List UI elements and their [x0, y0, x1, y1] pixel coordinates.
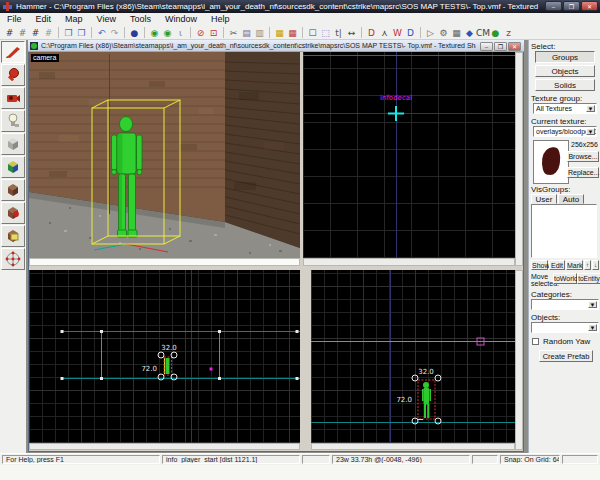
chevron-down-icon[interactable]: ▼: [588, 301, 597, 308]
select-groups-button[interactable]: Groups: [535, 51, 595, 63]
apply-texture-tool-icon[interactable]: [1, 179, 25, 201]
paste-icon[interactable]: ▥: [253, 27, 266, 39]
side-vscrollbar[interactable]: [515, 270, 523, 450]
entity-tool-icon[interactable]: [1, 110, 25, 132]
camera-tool-icon[interactable]: [1, 87, 25, 109]
scaling-lock-icon[interactable]: ▦: [286, 27, 299, 39]
menu-map[interactable]: Map: [58, 13, 90, 26]
random-yaw-checkbox[interactable]: [532, 338, 539, 345]
app-icon: [3, 2, 12, 11]
menu-view[interactable]: View: [90, 13, 123, 26]
viewport-2d-front[interactable]: 32.0 72.0: [29, 270, 300, 443]
apply-decals-tool-icon[interactable]: [1, 202, 25, 224]
visgroup-mark-button[interactable]: Mark: [566, 260, 583, 270]
make-hollow-icon[interactable]: ⊡: [207, 27, 220, 39]
z-helper-icon[interactable]: z: [502, 27, 515, 39]
select-solids-button[interactable]: Solids: [535, 79, 595, 91]
selection-tool-icon[interactable]: [1, 41, 25, 63]
to-entity-icon[interactable]: D: [404, 27, 417, 39]
current-texture-select[interactable]: overlays/bloodpool1 ▼: [533, 126, 597, 137]
translate-icon[interactable]: t|: [332, 27, 345, 39]
grid-smaller-icon[interactable]: #: [16, 27, 29, 39]
menu-file[interactable]: File: [0, 13, 29, 26]
visgroup-show-button[interactable]: Show: [531, 260, 548, 270]
chevron-down-icon[interactable]: ▼: [586, 105, 595, 112]
menu-tools[interactable]: Tools: [123, 13, 158, 26]
tab-visgroups-auto[interactable]: Auto: [558, 194, 584, 204]
objects-select[interactable]: ▼: [531, 322, 599, 333]
random-yaw-label: Random Yaw: [543, 337, 590, 346]
cut-icon[interactable]: ✂: [227, 27, 240, 39]
chevron-down-icon[interactable]: ▼: [588, 324, 597, 331]
create-prefab-button[interactable]: Create Prefab: [539, 350, 593, 362]
cm-icon[interactable]: CM: [476, 27, 489, 39]
grid-3d-icon[interactable]: #: [42, 27, 55, 39]
block-tool-icon[interactable]: [1, 133, 25, 155]
select-box-icon[interactable]: ☐: [306, 27, 319, 39]
texture-preview[interactable]: [533, 140, 569, 184]
side-hscrollbar[interactable]: [311, 443, 515, 450]
sphere-green-icon[interactable]: ●: [489, 27, 502, 39]
redo-icon[interactable]: ↷: [108, 27, 121, 39]
to-entity-button[interactable]: toEntity: [577, 273, 600, 284]
magnify-box-icon[interactable]: ⬚: [319, 27, 332, 39]
infodecal-marker[interactable]: [210, 368, 213, 371]
radius-culling-icon[interactable]: ⚙: [437, 27, 450, 39]
brush-handles[interactable]: [61, 330, 299, 380]
vertex-tool-icon[interactable]: [1, 248, 25, 270]
magnify-tool-icon[interactable]: [1, 64, 25, 86]
grid-view-icon[interactable]: ▦: [450, 27, 463, 39]
viewport-2d-top[interactable]: infodecal: [303, 52, 515, 258]
sphere-icon[interactable]: ●: [128, 27, 141, 39]
overlay-tool-icon[interactable]: [1, 225, 25, 247]
close-button[interactable]: ✕: [581, 1, 598, 11]
save-window-state-icon[interactable]: ❐: [75, 27, 88, 39]
player-model-side[interactable]: [422, 382, 431, 418]
top-hscrollbar[interactable]: [303, 258, 515, 266]
load-window-state-icon[interactable]: ❐: [62, 27, 75, 39]
menu-help[interactable]: Help: [204, 13, 237, 26]
visgroup-up-button[interactable]: ↑: [584, 260, 591, 270]
pointfile-icon[interactable]: ι: [174, 27, 187, 39]
camera-hscrollbar[interactable]: [29, 258, 300, 266]
visgroups-list[interactable]: [531, 204, 597, 258]
cordon-icon[interactable]: ▷: [424, 27, 437, 39]
texture-application-tool-icon[interactable]: [1, 156, 25, 178]
world-icon[interactable]: W: [391, 27, 404, 39]
child-close-button[interactable]: ✕: [508, 42, 521, 51]
ungroup-icon[interactable]: ⋏: [378, 27, 391, 39]
select-objects-button[interactable]: Objects: [535, 65, 595, 77]
grid-toggle-icon[interactable]: #: [3, 27, 16, 39]
menu-edit[interactable]: Edit: [29, 13, 59, 26]
run-commands-icon[interactable]: ◉: [161, 27, 174, 39]
texture-group-select[interactable]: All Textures ▼: [533, 103, 597, 114]
minimize-button[interactable]: –: [545, 1, 562, 11]
replace-button[interactable]: Replace...: [567, 167, 599, 178]
categories-select[interactable]: ▼: [531, 299, 599, 310]
child-minimize-button[interactable]: –: [480, 42, 493, 51]
child-restore-button[interactable]: ❐: [494, 42, 507, 51]
scale-icon[interactable]: ↔: [345, 27, 358, 39]
top-vscrollbar[interactable]: [515, 52, 523, 266]
child-titlebar[interactable]: C:\Program Files (x86)\Steam\steamapps\i…: [28, 40, 524, 52]
texture-lock-icon[interactable]: ▦: [273, 27, 286, 39]
copy-icon[interactable]: ▤: [240, 27, 253, 39]
front-hscrollbar[interactable]: [29, 443, 300, 450]
model-fade-icon[interactable]: ◆: [463, 27, 476, 39]
to-world-button[interactable]: toWorld: [553, 273, 577, 284]
group-icon[interactable]: D: [365, 27, 378, 39]
browse-button[interactable]: Browse...: [567, 151, 599, 162]
run-map-icon[interactable]: ◉: [148, 27, 161, 39]
chevron-down-icon[interactable]: ▼: [586, 128, 595, 135]
viewport-2d-side[interactable]: 32.0 72.0: [311, 270, 515, 443]
grid-larger-icon[interactable]: #: [29, 27, 42, 39]
infodecal-crosshair[interactable]: [388, 106, 404, 121]
viewport-3d-camera[interactable]: camera: [29, 52, 300, 258]
carve-icon[interactable]: ⊘: [194, 27, 207, 39]
tab-visgroups-user[interactable]: User: [531, 194, 557, 204]
menu-window[interactable]: Window: [158, 13, 204, 26]
visgroup-down-button[interactable]: ↓: [592, 260, 599, 270]
undo-icon[interactable]: ↶: [95, 27, 108, 39]
maximize-button[interactable]: ❐: [563, 1, 580, 11]
visgroup-edit-button[interactable]: Edit: [549, 260, 565, 270]
